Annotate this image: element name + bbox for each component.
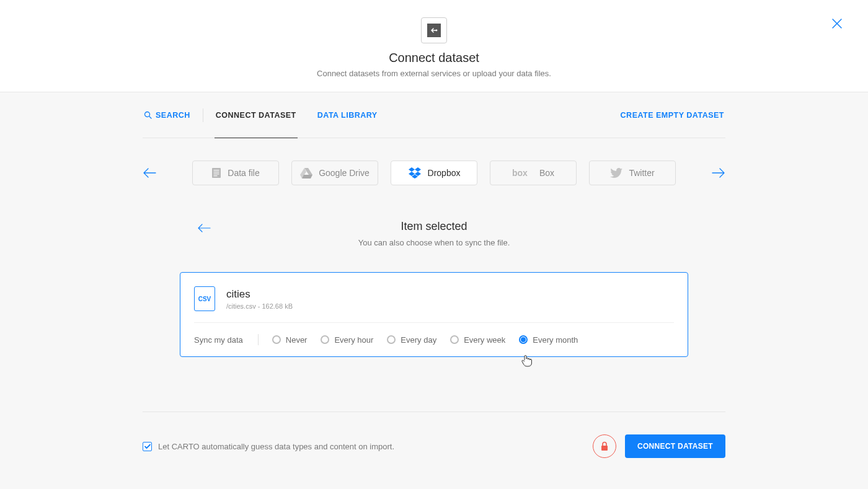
connector-dropbox-label: Dropbox — [428, 168, 461, 178]
tab-search-label: SEARCH — [156, 111, 190, 120]
file-type-badge: CSV — [194, 286, 215, 311]
twitter-icon — [610, 168, 622, 178]
sync-week-label: Every week — [464, 335, 505, 345]
connectors-next-arrow[interactable] — [712, 168, 725, 178]
divider — [258, 334, 259, 345]
back-arrow[interactable] — [197, 224, 211, 235]
svg-rect-5 — [214, 174, 219, 174]
sync-every-hour[interactable]: Every hour — [321, 335, 373, 345]
modal-header: Connect dataset Connect datasets from ex… — [0, 0, 868, 92]
tab-connect-label: CONNECT DATASET — [216, 111, 296, 120]
selected-file-card: CSV cities /cities.csv - 162.68 kB Sync … — [180, 272, 688, 357]
radio-icon — [272, 335, 281, 344]
svg-rect-4 — [214, 172, 219, 172]
file-meta: /cities.csv - 162.68 kB — [226, 302, 293, 310]
svg-rect-6 — [214, 175, 218, 176]
modal-title: Connect dataset — [0, 51, 868, 65]
search-icon — [144, 111, 152, 119]
sync-every-week[interactable]: Every week — [450, 335, 505, 345]
sync-never[interactable]: Never — [272, 335, 308, 345]
sync-row: Sync my data Never Every hour Every day … — [194, 323, 674, 345]
radio-icon — [519, 335, 528, 344]
tab-connect-dataset[interactable]: CONNECT DATASET — [215, 93, 298, 138]
sync-never-label: Never — [286, 335, 308, 345]
create-empty-dataset-link[interactable]: CREATE EMPTY DATASET — [619, 92, 725, 138]
tab-search[interactable]: SEARCH — [143, 92, 192, 138]
connect-dataset-button[interactable]: CONNECT DATASET — [625, 434, 725, 458]
svg-rect-2 — [212, 168, 221, 178]
guess-types-label: Let CARTO automatically guess data types… — [158, 442, 394, 451]
connector-gdrive-label: Google Drive — [319, 168, 370, 178]
item-selected-title: Item selected — [143, 220, 725, 233]
svg-text:box: box — [512, 168, 528, 178]
svg-point-0 — [436, 30, 438, 32]
svg-rect-3 — [214, 170, 219, 170]
divider — [203, 108, 203, 122]
sync-day-label: Every day — [401, 335, 436, 345]
modal-subtitle: Connect datasets from external services … — [0, 69, 868, 78]
sync-every-day[interactable]: Every day — [387, 335, 436, 345]
box-icon: box — [512, 168, 533, 178]
connector-twitter-label: Twitter — [629, 168, 654, 178]
privacy-lock-button[interactable] — [593, 434, 616, 458]
connectors-prev-arrow[interactable] — [143, 168, 156, 178]
import-icon-frame — [421, 17, 447, 43]
dropbox-icon — [408, 167, 422, 178]
tab-data-library[interactable]: DATA LIBRARY — [316, 92, 379, 138]
connector-twitter[interactable]: Twitter — [589, 161, 676, 185]
check-icon — [144, 444, 151, 449]
connector-box[interactable]: box Box — [490, 161, 577, 185]
connector-data-file[interactable]: Data file — [192, 161, 279, 185]
sync-label: Sync my data — [194, 335, 243, 345]
tabs-row: SEARCH CONNECT DATASET DATA LIBRARY CREA… — [143, 92, 725, 138]
footer: Let CARTO automatically guess data types… — [143, 412, 725, 458]
connector-google-drive[interactable]: Google Drive — [291, 161, 378, 185]
radio-icon — [321, 335, 329, 344]
tab-library-label: DATA LIBRARY — [317, 111, 378, 120]
connector-data-file-label: Data file — [228, 168, 259, 178]
item-selected-desc: You can also choose when to sync the fil… — [143, 238, 725, 247]
radio-icon — [450, 335, 459, 344]
item-selected-header: Item selected You can also choose when t… — [143, 220, 725, 247]
connector-dropbox[interactable]: Dropbox — [391, 161, 477, 185]
file-name: cities — [226, 288, 293, 301]
file-icon — [211, 167, 221, 178]
google-drive-icon — [300, 168, 312, 178]
import-icon — [427, 24, 441, 37]
create-empty-label: CREATE EMPTY DATASET — [621, 111, 724, 120]
sync-every-month[interactable]: Every month — [519, 335, 578, 345]
close-button[interactable] — [831, 17, 843, 32]
guess-types-checkbox[interactable] — [143, 442, 152, 451]
connectors-row: Data file Google Drive — [143, 161, 725, 185]
radio-icon — [387, 335, 396, 344]
sync-hour-label: Every hour — [334, 335, 373, 345]
lock-icon — [600, 441, 609, 451]
connector-box-label: Box — [539, 168, 554, 178]
svg-rect-8 — [601, 446, 608, 451]
sync-month-label: Every month — [533, 335, 578, 345]
